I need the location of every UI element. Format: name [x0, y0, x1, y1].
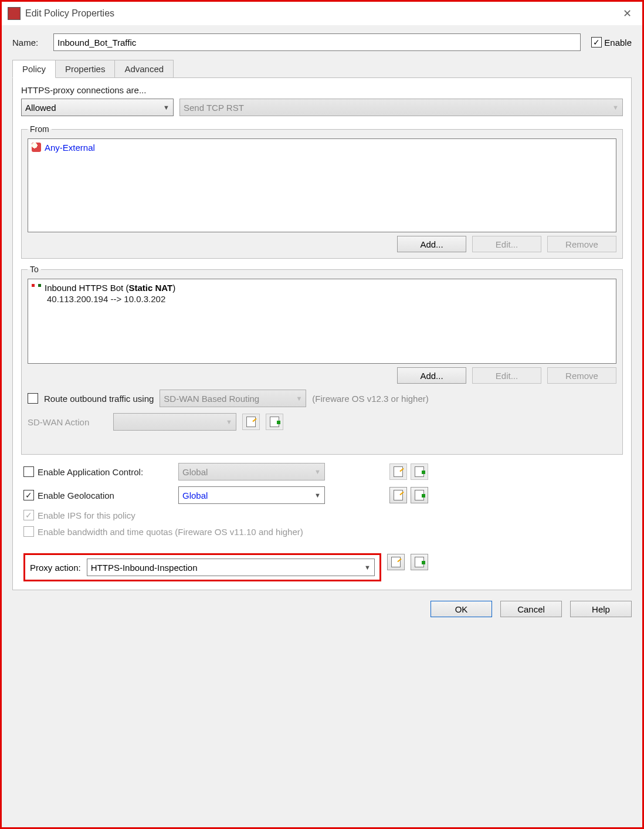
to-legend: To — [28, 265, 41, 274]
edit-icon — [391, 557, 401, 567]
user-icon — [32, 143, 41, 152]
window-frame: Edit Policy Properties ✕ Name: ✓ Enable … — [0, 0, 644, 829]
dialog-footer: OK Cancel Help — [12, 590, 632, 617]
route-outbound-label: Route outbound traffic using — [44, 394, 154, 404]
from-edit-button: Edit... — [472, 236, 541, 252]
policy-panel: HTTPS-proxy connections are... Allowed ▼… — [12, 77, 632, 590]
proxy-action-label: Proxy action: — [30, 563, 81, 573]
from-legend: From — [28, 124, 52, 134]
close-icon[interactable]: ✕ — [618, 7, 636, 20]
sdwan-action-select: ▼ — [113, 413, 236, 431]
geolocation-edit-button[interactable] — [389, 487, 407, 503]
enable-checkbox[interactable]: ✓ — [591, 37, 602, 48]
geolocation-new-button[interactable] — [411, 487, 428, 503]
tab-properties[interactable]: Properties — [56, 60, 115, 78]
name-input[interactable] — [53, 33, 581, 51]
proxy-action-value: HTTPS-Inbound-Inspection — [91, 563, 198, 573]
enable-wrap: ✓ Enable — [591, 37, 632, 48]
cancel-button[interactable]: Cancel — [500, 601, 562, 617]
geolocation-checkbox[interactable]: ✓ — [23, 490, 34, 500]
quotas-label: Enable bandwidth and time quotas (Firewa… — [38, 527, 303, 537]
tab-advanced[interactable]: Advanced — [115, 60, 174, 78]
from-button-row: Add... Edit... Remove — [28, 236, 616, 252]
from-item-text: Any-External — [45, 143, 95, 153]
nat-icon — [32, 283, 41, 292]
tab-bar: Policy Properties Advanced — [12, 59, 632, 77]
to-listbox[interactable]: Inbound HTTPS Bot (Static NAT) 40.113.20… — [28, 279, 616, 364]
route-outbound-mode-value: SD-WAN Based Routing — [164, 394, 259, 404]
app-control-edit-button — [389, 463, 407, 480]
from-listbox[interactable]: Any-External — [28, 138, 616, 232]
edit-icon — [394, 490, 403, 500]
chevron-down-icon: ▼ — [314, 492, 321, 499]
name-row: Name: ✓ Enable — [12, 33, 632, 51]
ips-label-wrap: ✓ Enable IPS for this policy — [23, 510, 170, 520]
geolocation-value: Global — [182, 490, 208, 500]
from-remove-button: Remove — [547, 236, 616, 252]
sdwan-edit-button — [242, 414, 260, 430]
enable-label: Enable — [604, 38, 632, 48]
list-item[interactable]: Inbound HTTPS Bot (Static NAT) — [32, 282, 612, 294]
chevron-down-icon: ▼ — [364, 564, 371, 571]
app-icon — [8, 7, 21, 20]
to-edit-button: Edit... — [472, 367, 541, 384]
proxy-action-select[interactable]: HTTPS-Inbound-Inspection ▼ — [87, 559, 375, 576]
geolocation-select[interactable]: Global ▼ — [178, 486, 325, 504]
to-group: To Inbound HTTPS Bot (Static NAT) 40.113… — [21, 265, 623, 455]
connections-reset-value: Send TCP RST — [184, 103, 244, 113]
sdwan-new-button — [266, 414, 283, 430]
route-outbound-checkbox[interactable] — [28, 393, 38, 404]
proxy-action-highlight: Proxy action: HTTPS-Inbound-Inspection ▼ — [23, 553, 381, 581]
new-icon — [270, 417, 279, 427]
ok-button[interactable]: OK — [431, 601, 492, 617]
geolocation-label: Enable Geolocation — [38, 490, 114, 500]
to-item-mapping: 40.113.200.194 --> 10.0.3.202 — [47, 294, 612, 304]
quotas-label-wrap: Enable bandwidth and time quotas (Firewa… — [23, 526, 303, 537]
route-outbound-note: (Fireware OS v12.3 or higher) — [312, 394, 428, 404]
new-icon — [415, 490, 424, 500]
proxy-new-button[interactable] — [411, 554, 428, 570]
connections-reset-select: Send TCP RST ▼ — [179, 99, 623, 116]
new-icon — [415, 557, 424, 567]
connections-row: Allowed ▼ Send TCP RST ▼ — [21, 99, 623, 116]
tab-policy[interactable]: Policy — [12, 60, 56, 78]
to-add-button[interactable]: Add... — [397, 367, 466, 384]
chevron-down-icon: ▼ — [296, 395, 302, 402]
ips-checkbox: ✓ — [23, 510, 34, 520]
chevron-down-icon: ▼ — [163, 104, 170, 111]
to-button-row: Add... Edit... Remove — [28, 367, 616, 384]
connections-action-select[interactable]: Allowed ▼ — [21, 99, 174, 116]
title-bar: Edit Policy Properties ✕ — [2, 2, 642, 25]
to-item-type: Static NAT — [128, 283, 172, 293]
client-area: Name: ✓ Enable Policy Properties Advance… — [2, 25, 642, 827]
route-outbound-row: Route outbound traffic using SD-WAN Base… — [28, 390, 616, 407]
help-button[interactable]: Help — [570, 601, 632, 617]
quotas-row: Enable bandwidth and time quotas (Firewa… — [23, 526, 621, 537]
edit-icon — [246, 417, 256, 427]
app-control-label-wrap: Enable Application Control: — [23, 466, 170, 477]
app-control-row: Enable Application Control: Global ▼ — [23, 463, 621, 481]
app-control-select: Global ▼ — [178, 463, 325, 481]
geolocation-label-wrap: ✓ Enable Geolocation — [23, 490, 170, 500]
app-control-new-button — [411, 463, 428, 480]
chevron-down-icon: ▼ — [612, 104, 619, 111]
to-remove-button: Remove — [547, 367, 616, 384]
ips-label: Enable IPS for this policy — [38, 510, 135, 520]
geolocation-row: ✓ Enable Geolocation Global ▼ — [23, 486, 621, 504]
list-item[interactable]: Any-External — [32, 141, 612, 154]
name-label: Name: — [12, 38, 53, 48]
new-icon — [415, 466, 424, 477]
proxy-edit-button[interactable] — [387, 554, 405, 570]
from-add-button[interactable]: Add... — [397, 236, 466, 252]
sdwan-action-row: SD-WAN Action ▼ — [28, 413, 616, 431]
to-item-name: Inbound HTTPS Bot (Static NAT) — [45, 283, 175, 293]
from-group: From Any-External Add... Edit... Remove — [21, 124, 623, 259]
ips-row: ✓ Enable IPS for this policy — [23, 510, 621, 520]
app-control-checkbox[interactable] — [23, 466, 34, 477]
options-block: Enable Application Control: Global ▼ ✓ E… — [21, 463, 623, 581]
connections-action-value: Allowed — [25, 103, 56, 113]
to-item-name-text: Inbound HTTPS Bot — [45, 283, 123, 293]
chevron-down-icon: ▼ — [226, 418, 232, 425]
app-control-value: Global — [182, 467, 208, 477]
quotas-checkbox — [23, 526, 34, 537]
